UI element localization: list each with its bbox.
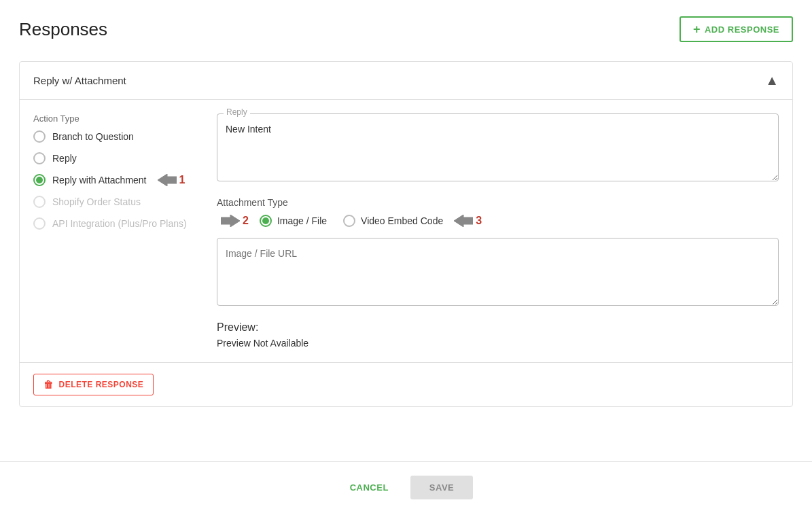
add-response-button[interactable]: + ADD RESPONSE bbox=[679, 16, 793, 42]
reply-field-group: Reply New Intent bbox=[217, 113, 779, 183]
radio-circle-image bbox=[260, 215, 272, 227]
annotation-3: 3 bbox=[454, 215, 482, 227]
page-title: Responses bbox=[19, 19, 107, 40]
svg-marker-2 bbox=[454, 215, 473, 227]
radio-circle-reply-attach bbox=[33, 174, 46, 186]
page-container: Responses + ADD RESPONSE Reply w/ Attach… bbox=[0, 0, 812, 513]
radio-label-reply: Reply bbox=[52, 153, 77, 164]
attach-label-video: Video Embed Code bbox=[361, 215, 443, 226]
arrow-left-icon-1 bbox=[158, 174, 177, 186]
reply-field-label: Reply bbox=[224, 107, 250, 117]
svg-marker-1 bbox=[221, 215, 240, 227]
url-textarea[interactable] bbox=[217, 238, 779, 306]
preview-text: Preview Not Available bbox=[217, 338, 779, 349]
delete-response-button[interactable]: 🗑 DELETE RESPONSE bbox=[33, 374, 154, 395]
radio-label-reply-attach: Reply with Attachment bbox=[52, 175, 147, 185]
anno-num-3: 3 bbox=[476, 215, 482, 227]
cancel-button[interactable]: CANCEL bbox=[339, 477, 400, 498]
svg-marker-0 bbox=[158, 174, 177, 186]
trash-icon: 🗑 bbox=[43, 379, 54, 390]
radio-circle-branch bbox=[33, 130, 46, 143]
action-type-panel: Action Type Branch to Question Reply Rep… bbox=[33, 113, 196, 349]
radio-option-reply-attach[interactable]: Reply with Attachment 1 bbox=[33, 174, 196, 186]
anno-num-2: 2 bbox=[243, 215, 249, 227]
radio-circle-reply bbox=[33, 152, 46, 164]
page-header: Responses + ADD RESPONSE bbox=[0, 0, 812, 53]
action-type-label: Action Type bbox=[33, 113, 196, 124]
radio-circle-api bbox=[33, 217, 46, 230]
right-panel: Reply New Intent Attachment Type 2 bbox=[217, 113, 779, 349]
url-field-group bbox=[217, 238, 779, 308]
preview-title: Preview: bbox=[217, 321, 779, 334]
attach-option-image[interactable]: 2 Image / File bbox=[217, 215, 327, 227]
attach-label-image: Image / File bbox=[277, 215, 327, 226]
card-footer: 🗑 DELETE RESPONSE bbox=[20, 362, 792, 406]
radio-option-branch[interactable]: Branch to Question bbox=[33, 130, 196, 143]
radio-option-api: API Integration (Plus/Pro Plans) bbox=[33, 217, 196, 230]
card-header: Reply w/ Attachment ▲ bbox=[20, 62, 792, 100]
reply-textarea[interactable]: New Intent bbox=[217, 113, 779, 181]
attachment-options: 2 Image / File Video Embed Code bbox=[217, 215, 779, 227]
add-response-label: ADD RESPONSE bbox=[705, 24, 779, 35]
anno-num-1: 1 bbox=[179, 174, 186, 186]
arrow-left-icon-3 bbox=[454, 215, 473, 227]
preview-section: Preview: Preview Not Available bbox=[217, 321, 779, 349]
collapse-icon[interactable]: ▲ bbox=[765, 73, 779, 88]
save-button[interactable]: SAVE bbox=[410, 476, 473, 499]
response-card: Reply w/ Attachment ▲ Action Type Branch… bbox=[19, 61, 793, 407]
radio-label-branch: Branch to Question bbox=[52, 131, 134, 142]
attachment-type-label: Attachment Type bbox=[217, 197, 779, 208]
annotation-2: 2 bbox=[221, 215, 249, 227]
card-body: Action Type Branch to Question Reply Rep… bbox=[20, 100, 792, 362]
radio-label-shopify: Shopify Order Status bbox=[52, 196, 141, 207]
plus-icon: + bbox=[693, 23, 701, 35]
arrow-right-icon-2 bbox=[221, 215, 240, 227]
radio-label-api: API Integration (Plus/Pro Plans) bbox=[52, 218, 187, 229]
radio-option-reply[interactable]: Reply bbox=[33, 152, 196, 164]
card-title: Reply w/ Attachment bbox=[33, 75, 126, 86]
delete-label: DELETE RESPONSE bbox=[59, 380, 144, 389]
radio-circle-shopify bbox=[33, 196, 46, 208]
action-bar: CANCEL SAVE bbox=[0, 461, 812, 513]
annotation-1: 1 bbox=[158, 174, 186, 186]
attach-option-video[interactable]: Video Embed Code 3 bbox=[343, 215, 482, 227]
radio-option-shopify: Shopify Order Status bbox=[33, 196, 196, 208]
radio-circle-video bbox=[343, 215, 355, 227]
